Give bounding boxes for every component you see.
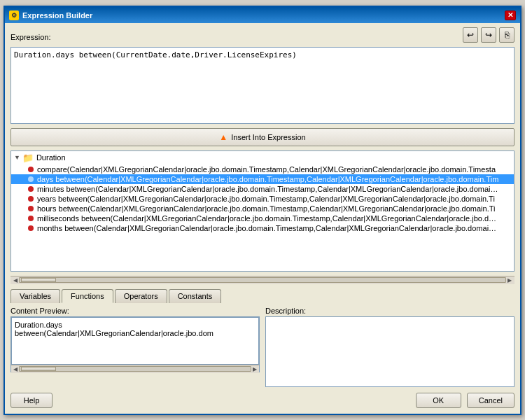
- item-text-6: months between(Calendar|XMLGregorianCale…: [37, 224, 499, 232]
- folder-expand-icon: ▼: [14, 154, 20, 161]
- content-preview-value: Duration.days between(Calendar|XMLGregor…: [15, 321, 214, 337]
- item-dot-4: [28, 206, 34, 211]
- item-dot-5: [28, 216, 34, 221]
- description-label: Description:: [265, 307, 514, 315]
- item-text-5: milliseconds between(Calendar|XMLGregori…: [37, 214, 499, 223]
- preview-scroll-left[interactable]: ◀: [12, 366, 19, 372]
- tree-item-4[interactable]: hours between(Calendar|XMLGregorianCalen…: [11, 204, 514, 214]
- close-button[interactable]: ✕: [505, 10, 516, 20]
- expression-input[interactable]: Duration.days between(CurrentDate.date,D…: [10, 47, 514, 124]
- tree-item-1[interactable]: days between(Calendar|XMLGregorianCalend…: [11, 174, 514, 184]
- item-text-1: days between(Calendar|XMLGregorianCalend…: [37, 175, 498, 183]
- undo-button[interactable]: ↩: [463, 27, 478, 43]
- preview-scroll-right[interactable]: ▶: [251, 366, 258, 372]
- tree-folder-duration[interactable]: ▼ 📁 Duration: [11, 151, 514, 164]
- buttons-row: Help OK Cancel: [10, 391, 514, 408]
- window-icon: ⚙: [9, 10, 19, 20]
- copy-button[interactable]: ⎘: [499, 27, 514, 43]
- folder-icon: 📁: [22, 153, 34, 163]
- item-dot-6: [28, 225, 34, 231]
- item-dot-3: [28, 196, 34, 202]
- scroll-left-icon[interactable]: ◀: [12, 277, 19, 284]
- tree-item-0[interactable]: compare(Calendar|XMLGregorianCalendar|or…: [11, 164, 514, 174]
- tree-item-5[interactable]: milliseconds between(Calendar|XMLGregori…: [11, 214, 514, 223]
- tab-variables[interactable]: Variables: [10, 289, 60, 303]
- scroll-track: [19, 277, 506, 283]
- tab-operators[interactable]: Operators: [115, 289, 167, 303]
- tree-hscrollbar[interactable]: ◀ ▶: [10, 276, 514, 284]
- insert-into-expression-button[interactable]: ▲ Insert Into Expression: [10, 128, 514, 146]
- folder-label: Duration: [36, 153, 66, 162]
- description-panel: Description:: [265, 307, 514, 387]
- insert-icon: ▲: [219, 132, 227, 142]
- bottom-panels: Content Preview: Duration.days between(C…: [10, 307, 514, 387]
- item-text-3: years between(Calendar|XMLGregorianCalen…: [37, 195, 495, 203]
- title-bar: ⚙ Expression Builder ✕: [5, 8, 520, 23]
- tree-item-6[interactable]: months between(Calendar|XMLGregorianCale…: [11, 223, 514, 233]
- preview-scroll-track: [19, 366, 251, 372]
- item-text-0: compare(Calendar|XMLGregorianCalendar|or…: [37, 165, 496, 174]
- scroll-right-icon[interactable]: ▶: [506, 277, 513, 284]
- window-title: Expression Builder: [22, 11, 92, 20]
- item-dot-2: [28, 186, 34, 192]
- tree-item-2[interactable]: minutes between(Calendar|XMLGregorianCal…: [11, 184, 514, 194]
- item-text-2: minutes between(Calendar|XMLGregorianCal…: [37, 185, 499, 193]
- content-preview-label: Content Preview:: [10, 307, 260, 315]
- content-preview-panel: Content Preview: Duration.days between(C…: [10, 307, 260, 387]
- title-bar-left: ⚙ Expression Builder: [9, 10, 92, 20]
- tree-view[interactable]: ▼ 📁 Duration compare(Calendar|XMLGregori…: [10, 150, 514, 272]
- insert-button-label: Insert Into Expression: [231, 133, 305, 141]
- preview-hscrollbar[interactable]: ◀ ▶: [11, 365, 259, 373]
- tree-item-3[interactable]: years between(Calendar|XMLGregorianCalen…: [11, 194, 514, 204]
- main-content: Expression: ↩ ↪ ⎘ Duration.days between(…: [5, 23, 520, 414]
- content-preview-content: Duration.days between(Calendar|XMLGregor…: [11, 317, 259, 365]
- toolbar: ↩ ↪ ⎘: [463, 27, 514, 43]
- item-dot-1: [28, 176, 34, 182]
- expression-header: Expression: ↩ ↪ ⎘: [10, 29, 514, 43]
- help-button[interactable]: Help: [10, 393, 52, 408]
- content-preview-scroll-container: Duration.days between(Calendar|XMLGregor…: [10, 316, 260, 372]
- expression-label: Expression:: [10, 33, 50, 41]
- cancel-button[interactable]: Cancel: [467, 393, 514, 408]
- description-content: [265, 316, 514, 387]
- redo-button[interactable]: ↪: [481, 27, 496, 43]
- expression-builder-window: ⚙ Expression Builder ✕ Expression: ↩ ↪ ⎘…: [4, 6, 522, 415]
- right-buttons: OK Cancel: [416, 393, 514, 408]
- tab-functions[interactable]: Functions: [62, 289, 113, 303]
- item-text-4: hours between(Calendar|XMLGregorianCalen…: [37, 204, 495, 213]
- tab-constants[interactable]: Constants: [169, 289, 222, 303]
- tabs-row: Variables Functions Operators Constants: [10, 288, 514, 302]
- preview-scroll-thumb[interactable]: [21, 367, 56, 371]
- scroll-thumb[interactable]: [21, 278, 56, 282]
- ok-button[interactable]: OK: [416, 393, 461, 408]
- item-dot-0: [28, 167, 34, 172]
